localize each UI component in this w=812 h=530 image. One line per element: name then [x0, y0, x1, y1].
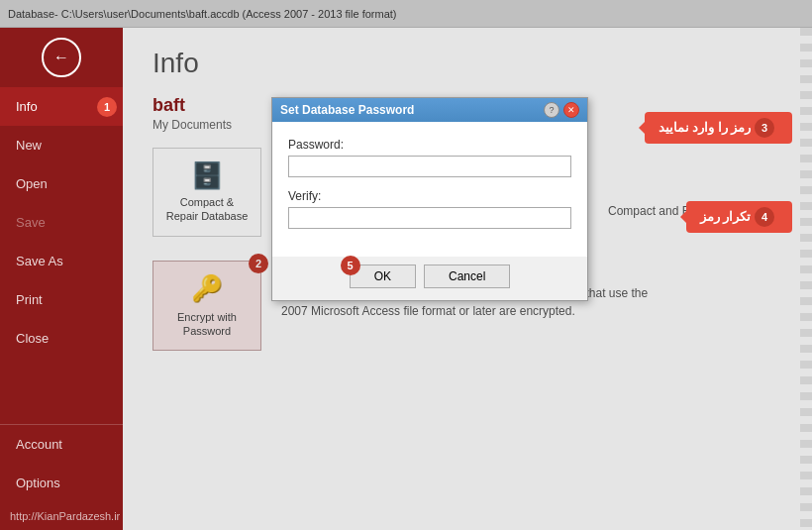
password-input[interactable] — [288, 156, 571, 177]
sidebar-item-info[interactable]: Info 1 — [0, 87, 123, 126]
sidebar-item-label: Save As — [16, 254, 63, 268]
app-container: ← Info 1 New Open Save Save As Print Clo… — [0, 28, 812, 530]
annotation-4-badge: 4 — [755, 207, 774, 227]
verify-input[interactable] — [288, 207, 571, 229]
close-icon: ✕ — [567, 105, 575, 115]
sidebar-item-label: Account — [16, 437, 62, 452]
sidebar-bottom: Account Options http://KianPardazesh.ir — [0, 424, 123, 530]
dialog-buttons: 5 OK Cancel — [272, 257, 587, 300]
sidebar-item-label: Info — [16, 99, 38, 114]
main-content: Info baft My Documents 🗄️ Compact &Repai… — [123, 28, 812, 530]
back-icon: ← — [53, 49, 69, 66]
sidebar-item-label: Options — [16, 476, 60, 490]
sidebar-item-label: Print — [16, 292, 43, 307]
sidebar-item-new[interactable]: New — [0, 126, 123, 164]
torn-edge — [800, 28, 812, 530]
password-field-group: Password: — [288, 138, 571, 177]
sidebar-item-save: Save — [0, 203, 123, 242]
info-badge: 1 — [97, 97, 117, 117]
sidebar-item-options[interactable]: Options — [0, 464, 123, 502]
sidebar-item-label: Close — [16, 331, 49, 346]
sidebar-item-print[interactable]: Print — [0, 280, 123, 319]
annotation-3-badge: 3 — [755, 118, 774, 138]
ok-badge: 5 — [341, 256, 360, 275]
dialog-title: Set Database Password — [280, 103, 414, 117]
annotation-3-text: رمز را وارد نمایید — [659, 120, 752, 135]
sidebar-item-open[interactable]: Open — [0, 164, 123, 203]
dialog-body: Password: Verify: — [272, 122, 587, 257]
set-password-dialog: Set Database Password ? ✕ Password: — [271, 97, 588, 301]
sidebar-item-account[interactable]: Account — [0, 425, 123, 464]
back-button[interactable]: ← — [42, 38, 81, 77]
dialog-overlay: Set Database Password ? ✕ Password: — [123, 28, 812, 530]
title-text: Database- C:\Users\user\Documents\baft.a… — [8, 8, 397, 20]
watermark: http://KianPardazesh.ir — [0, 502, 123, 530]
ok-button[interactable]: 5 OK — [350, 265, 416, 288]
dialog-controls: ? ✕ — [544, 102, 579, 118]
password-label: Password: — [288, 138, 571, 152]
annotation-4-text: تکرار رمز — [700, 209, 752, 224]
verify-label: Verify: — [288, 189, 571, 203]
sidebar-item-label: Open — [16, 176, 48, 191]
sidebar-item-label: New — [16, 138, 42, 153]
annotation-3: 3 رمز را وارد نمایید — [645, 112, 792, 144]
verify-field-group: Verify: — [288, 189, 571, 229]
dialog-titlebar: Set Database Password ? ✕ — [272, 98, 587, 122]
title-bar: Database- C:\Users\user\Documents\baft.a… — [0, 0, 812, 28]
help-icon: ? — [549, 105, 554, 115]
dialog-help-button[interactable]: ? — [544, 102, 559, 118]
sidebar-divider — [0, 358, 123, 424]
dialog-close-button[interactable]: ✕ — [563, 102, 579, 118]
sidebar-item-save-as[interactable]: Save As — [0, 242, 123, 280]
sidebar-item-label: Save — [16, 215, 46, 230]
sidebar-item-close[interactable]: Close — [0, 319, 123, 358]
annotation-4: 4 تکرار رمز — [686, 201, 792, 233]
cancel-button[interactable]: Cancel — [424, 265, 510, 288]
sidebar: ← Info 1 New Open Save Save As Print Clo… — [0, 28, 123, 530]
